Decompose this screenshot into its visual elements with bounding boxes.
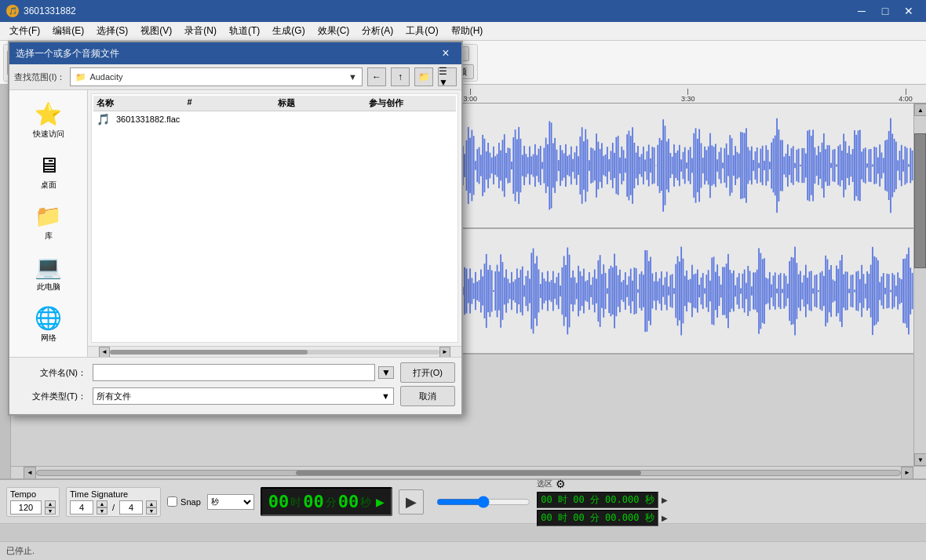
nav-desktop-label: 桌面: [41, 180, 57, 191]
dialog-h-scrollbar[interactable]: ◄ ►: [88, 346, 461, 357]
filetype-row: 文件类型(T)： 所有文件 ▼ 取消: [16, 386, 455, 406]
col-num: #: [188, 97, 272, 109]
dialog-close-btn[interactable]: ×: [436, 44, 455, 63]
file-icon-0: 🎵: [97, 113, 110, 125]
nav-quick-access[interactable]: ⭐ 快速访问: [13, 96, 84, 144]
quick-access-icon: ⭐: [35, 101, 62, 127]
filename-row: 文件名(N)： ▼ 打开(O): [16, 362, 455, 383]
dlg-scroll-track[interactable]: [110, 350, 439, 355]
nav-network-label: 网络: [41, 333, 57, 344]
filetype-arrow-icon: ▼: [381, 391, 390, 401]
file-item-0[interactable]: 🎵 3601331882.flac: [93, 111, 456, 127]
file-list-container: 名称 # 标题 参与创作 🎵 3601331882.flac ◄: [88, 90, 461, 357]
dialog-new-folder-btn[interactable]: 📁: [414, 67, 433, 86]
dialog-path-icon: 📁: [75, 72, 86, 82]
cancel-btn[interactable]: 取消: [400, 386, 455, 406]
col-artist: 参与创作: [369, 97, 454, 109]
dialog-toolbar: 查找范围(I)： 📁 Audacity ▼ ← ↑ 📁 ☰ ▼: [9, 64, 461, 90]
dialog-back-btn[interactable]: ←: [367, 67, 386, 86]
open-file-dialog: 选择一个或多个音频文件 × 查找范围(I)： 📁 Audacity ▼ ← ↑ …: [8, 41, 463, 416]
dialog-path-combo[interactable]: 📁 Audacity ▼: [70, 67, 363, 86]
this-pc-icon: 💻: [35, 254, 62, 280]
filename-combo: ▼: [93, 364, 394, 381]
desktop-icon: 🖥: [38, 152, 60, 178]
file-list[interactable]: 名称 # 标题 参与创作 🎵 3601331882.flac: [91, 93, 458, 343]
dialog-title-bar: 选择一个或多个音频文件 ×: [9, 42, 461, 64]
dialog-view-btn[interactable]: ☰ ▼: [438, 67, 457, 86]
filename-label: 文件名(N)：: [16, 367, 86, 379]
network-icon: 🌐: [35, 305, 62, 331]
dialog-bottom: 文件名(N)： ▼ 打开(O) 文件类型(T)： 所有文件 ▼ 取消: [9, 357, 461, 414]
dialog-overlay: 选择一个或多个音频文件 × 查找范围(I)： 📁 Audacity ▼ ← ↑ …: [0, 0, 926, 560]
filename-combo-arrow[interactable]: ▼: [378, 366, 394, 379]
library-icon: 📁: [35, 203, 62, 229]
open-btn[interactable]: 打开(O): [400, 362, 455, 383]
dialog-content: ⭐ 快速访问 🖥 桌面 📁 库 💻 此电脑 🌐 网络: [9, 90, 461, 357]
filetype-combo[interactable]: 所有文件 ▼: [93, 387, 394, 405]
filetype-value: 所有文件: [97, 391, 131, 402]
nav-quick-access-label: 快速访问: [33, 129, 64, 140]
dlg-scroll-left[interactable]: ◄: [99, 347, 110, 358]
nav-library[interactable]: 📁 库: [13, 198, 84, 246]
nav-network[interactable]: 🌐 网络: [13, 300, 84, 348]
filetype-label: 文件类型(T)：: [16, 391, 86, 402]
nav-this-pc[interactable]: 💻 此电脑: [13, 249, 84, 297]
nav-library-label: 库: [45, 231, 53, 242]
combo-arrow-icon: ▼: [348, 72, 357, 82]
nav-desktop[interactable]: 🖥 桌面: [13, 147, 84, 195]
dialog-title-text: 选择一个或多个音频文件: [16, 47, 119, 60]
dialog-up-btn[interactable]: ↑: [391, 67, 410, 86]
file-list-header: 名称 # 标题 参与创作: [93, 96, 456, 111]
file-name-0: 3601331882.flac: [116, 115, 453, 124]
dlg-scroll-right[interactable]: ►: [439, 347, 450, 358]
dlg-scroll-thumb[interactable]: [110, 350, 308, 355]
filename-input[interactable]: [93, 364, 375, 381]
col-title: 标题: [278, 97, 363, 109]
dialog-left-nav: ⭐ 快速访问 🖥 桌面 📁 库 💻 此电脑 🌐 网络: [9, 90, 88, 357]
dialog-current-path: Audacity: [89, 72, 122, 82]
dialog-location-label: 查找范围(I)：: [14, 71, 65, 83]
nav-this-pc-label: 此电脑: [37, 282, 60, 293]
col-name: 名称: [97, 97, 181, 109]
